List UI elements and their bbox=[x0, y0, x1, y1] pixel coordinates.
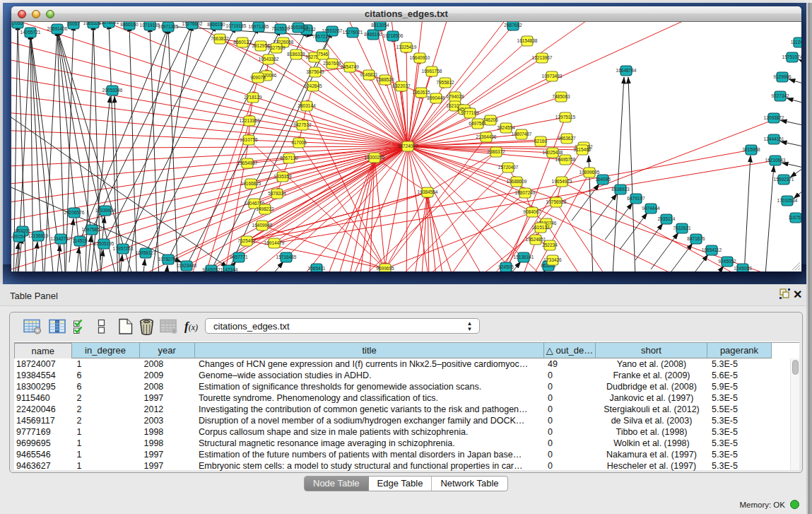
svg-text:20691406: 20691406 bbox=[47, 26, 68, 31]
svg-text:19654923: 19654923 bbox=[552, 179, 572, 184]
svg-text:1615132: 1615132 bbox=[531, 225, 550, 230]
svg-text:9777169: 9777169 bbox=[461, 110, 479, 115]
svg-text:7625402: 7625402 bbox=[237, 238, 256, 243]
svg-text:62160: 62160 bbox=[534, 139, 547, 144]
svg-text:18300295: 18300295 bbox=[365, 155, 385, 160]
svg-text:164095: 164095 bbox=[595, 177, 611, 182]
svg-text:10719185: 10719185 bbox=[140, 23, 160, 28]
svg-text:417006: 417006 bbox=[291, 140, 307, 145]
svg-text:10958127: 10958127 bbox=[136, 250, 156, 255]
svg-text:7546: 7546 bbox=[318, 52, 329, 57]
svg-text:114519: 114519 bbox=[72, 238, 88, 243]
svg-text:16210643: 16210643 bbox=[765, 158, 786, 163]
svg-text:16971385: 16971385 bbox=[158, 24, 179, 29]
svg-text:10025438: 10025438 bbox=[543, 150, 563, 155]
svg-text:16648784: 16648784 bbox=[616, 68, 637, 73]
svg-text:7485063: 7485063 bbox=[552, 94, 570, 99]
svg-text:1588520: 1588520 bbox=[376, 77, 394, 82]
svg-text:2718129: 2718129 bbox=[244, 95, 262, 100]
svg-text:20206576: 20206576 bbox=[64, 210, 85, 215]
svg-text:9327509: 9327509 bbox=[267, 45, 286, 50]
svg-text:2803144: 2803144 bbox=[298, 103, 316, 108]
svg-text:9242845: 9242845 bbox=[304, 83, 322, 88]
svg-text:1142344: 1142344 bbox=[220, 267, 238, 271]
svg-text:7515526: 7515526 bbox=[271, 26, 290, 31]
svg-text:746206: 746206 bbox=[483, 117, 498, 122]
svg-text:9474444: 9474444 bbox=[642, 206, 660, 211]
svg-text:924505: 924505 bbox=[498, 264, 514, 269]
svg-text:10807487: 10807487 bbox=[512, 132, 532, 136]
svg-text:9084067: 9084067 bbox=[523, 209, 541, 214]
svg-text:1362615: 1362615 bbox=[412, 90, 430, 95]
svg-text:7663822: 7663822 bbox=[211, 36, 229, 41]
svg-text:2055: 2055 bbox=[13, 22, 23, 25]
svg-text:9227342: 9227342 bbox=[771, 93, 789, 98]
svg-text:6794028: 6794028 bbox=[446, 94, 464, 99]
svg-text:8813054: 8813054 bbox=[371, 23, 389, 28]
svg-text:1065411: 1065411 bbox=[308, 266, 326, 271]
svg-text:20057: 20057 bbox=[67, 22, 80, 26]
svg-text:10543362: 10543362 bbox=[259, 57, 279, 62]
svg-text:9245052: 9245052 bbox=[202, 267, 220, 271]
svg-text:12213363: 12213363 bbox=[240, 118, 260, 123]
svg-text:9463627: 9463627 bbox=[558, 136, 576, 141]
svg-text:16961758: 16961758 bbox=[422, 69, 442, 74]
svg-text:12156819: 12156819 bbox=[28, 233, 49, 238]
svg-text:18495758: 18495758 bbox=[555, 157, 576, 162]
svg-text:8186328: 8186328 bbox=[287, 52, 305, 57]
svg-text:16640910: 16640910 bbox=[410, 55, 430, 60]
svg-text:7857224: 7857224 bbox=[312, 34, 331, 39]
svg-text:3875645: 3875645 bbox=[306, 69, 324, 74]
svg-text:2367608: 2367608 bbox=[323, 61, 341, 66]
svg-text:9146821: 9146821 bbox=[360, 72, 378, 77]
svg-text:10688609: 10688609 bbox=[507, 179, 527, 184]
svg-text:12975115: 12975115 bbox=[555, 115, 576, 119]
svg-text:17957253: 17957253 bbox=[113, 246, 134, 251]
svg-text:21364436: 21364436 bbox=[476, 134, 497, 139]
svg-text:15692371: 15692371 bbox=[774, 177, 794, 182]
svg-text:6479197: 6479197 bbox=[627, 196, 645, 201]
svg-text:252234: 252234 bbox=[542, 243, 558, 247]
svg-text:15716485: 15716485 bbox=[276, 255, 297, 259]
svg-text:116753: 116753 bbox=[788, 215, 801, 220]
svg-text:12213967: 12213967 bbox=[532, 55, 553, 60]
svg-text:19524851: 19524851 bbox=[526, 237, 546, 242]
svg-text:19218506: 19218506 bbox=[383, 33, 404, 38]
svg-text:9427512: 9427512 bbox=[293, 122, 312, 127]
svg-text:16914479: 16914479 bbox=[264, 240, 285, 245]
svg-text:10975857: 10975857 bbox=[82, 227, 102, 232]
svg-text:8660123: 8660123 bbox=[233, 40, 252, 45]
svg-text:1245063: 1245063 bbox=[734, 266, 752, 271]
svg-text:10973493: 10973493 bbox=[542, 74, 563, 78]
svg-text:9115460: 9115460 bbox=[574, 147, 592, 152]
svg-text:16053809: 16053809 bbox=[288, 25, 309, 30]
svg-text:12342737: 12342737 bbox=[51, 236, 71, 241]
svg-text:1112458: 1112458 bbox=[791, 40, 801, 45]
svg-text:15136141: 15136141 bbox=[514, 255, 534, 259]
svg-text:17339924: 17339924 bbox=[95, 208, 116, 213]
svg-text:16409948: 16409948 bbox=[252, 223, 273, 228]
svg-text:14055721: 14055721 bbox=[20, 30, 41, 35]
svg-text:10899695: 10899695 bbox=[579, 170, 600, 175]
svg-text:8454749: 8454749 bbox=[341, 64, 359, 69]
svg-text:7632621: 7632621 bbox=[673, 226, 691, 230]
svg-text:39154: 39154 bbox=[13, 234, 25, 239]
svg-text:2935114: 2935114 bbox=[658, 216, 676, 221]
svg-text:8466160: 8466160 bbox=[207, 22, 225, 27]
svg-text:909078: 909078 bbox=[250, 75, 266, 80]
svg-text:15751074: 15751074 bbox=[782, 54, 801, 59]
svg-text:10756928: 10756928 bbox=[546, 199, 567, 204]
svg-text:12093872: 12093872 bbox=[764, 115, 784, 120]
svg-text:19384554: 19384554 bbox=[418, 189, 438, 194]
svg-text:13276021: 13276021 bbox=[99, 22, 119, 25]
svg-text:12505195: 12505195 bbox=[94, 241, 114, 246]
svg-text:3824554: 3824554 bbox=[497, 125, 515, 130]
svg-text:12444151: 12444151 bbox=[764, 136, 784, 141]
svg-text:16154838: 16154838 bbox=[517, 38, 538, 43]
svg-text:8267130: 8267130 bbox=[280, 156, 298, 160]
svg-text:18807249: 18807249 bbox=[515, 190, 536, 195]
svg-text:13325419: 13325419 bbox=[396, 45, 417, 49]
svg-text:19166825: 19166825 bbox=[241, 181, 261, 186]
svg-text:1733426: 1733426 bbox=[543, 257, 562, 262]
svg-text:19654987: 19654987 bbox=[237, 160, 258, 165]
